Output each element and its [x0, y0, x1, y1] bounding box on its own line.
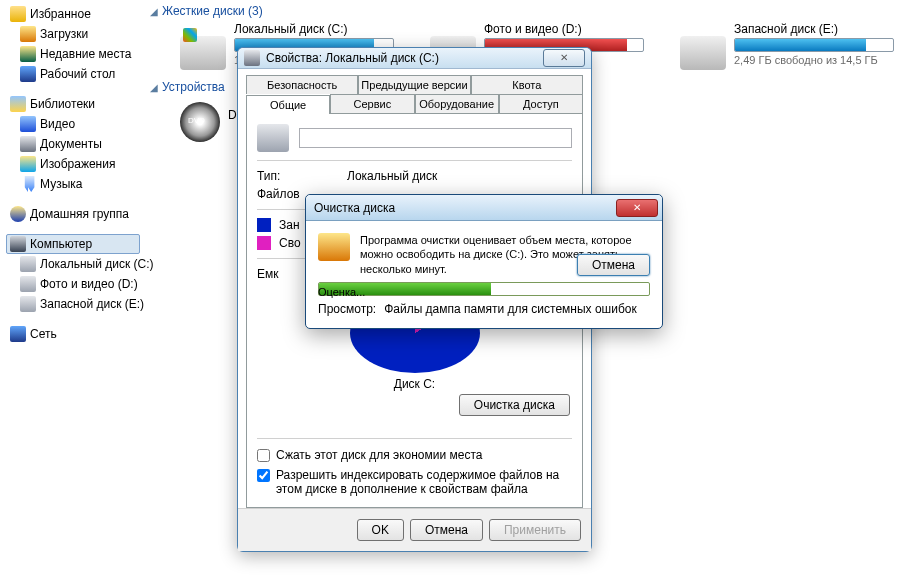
network-icon [10, 326, 26, 342]
scan-label: Просмотр: [318, 302, 376, 316]
nav-drive-d[interactable]: Фото и видео (D:) [6, 274, 140, 294]
cleanup-icon [318, 233, 350, 261]
label: Недавние места [40, 47, 131, 61]
desktop-icon [20, 66, 36, 82]
section-title: Устройства [162, 80, 225, 94]
drive-name: Локальный диск (C:) [234, 22, 410, 38]
libraries-icon [10, 96, 26, 112]
label: Документы [40, 137, 102, 151]
drive-label-field[interactable] [299, 128, 572, 148]
drive-name: Запасной диск (E:) [734, 22, 910, 38]
label: Фото и видео (D:) [40, 277, 138, 291]
scan-value: Файлы дампа памяти для системных ошибок [384, 302, 637, 316]
drive-icon [680, 36, 726, 70]
dialog-title: Свойства: Локальный диск (C:) [266, 51, 543, 65]
drive-icon [20, 296, 36, 312]
label: Изображения [40, 157, 115, 171]
expand-icon: ◢ [150, 6, 158, 17]
disk-cleanup-dialog: Очистка диска ✕ Программа очистки оценив… [305, 194, 663, 329]
dvd-icon [180, 102, 220, 142]
label: Загрузки [40, 27, 88, 41]
nav-network[interactable]: Сеть [6, 324, 140, 344]
nav-recent[interactable]: Недавние места [6, 44, 140, 64]
progress-bar [318, 282, 650, 296]
section-title: Жесткие диски (3) [162, 4, 263, 18]
dialog-title: Очистка диска [314, 201, 616, 215]
index-checkbox-row[interactable]: Разрешить индексировать содержимое файло… [257, 465, 572, 499]
type-value: Локальный диск [347, 169, 437, 183]
video-icon [20, 116, 36, 132]
drive-icon [180, 36, 226, 70]
tab-hardware[interactable]: Оборудование [415, 94, 499, 113]
nav-computer[interactable]: Компьютер [6, 234, 140, 254]
recent-icon [20, 46, 36, 62]
drive-name: Фото и видео (D:) [484, 22, 660, 38]
drive-icon [244, 50, 260, 66]
drive-icon [20, 276, 36, 292]
pie-label: Диск C: [350, 373, 480, 391]
star-icon [10, 6, 26, 22]
label: Компьютер [30, 237, 92, 251]
close-button[interactable]: ✕ [543, 49, 585, 67]
tab-security[interactable]: Безопасность [246, 75, 358, 94]
compress-checkbox[interactable] [257, 449, 270, 462]
label: Сеть [30, 327, 57, 341]
nav-desktop[interactable]: Рабочий стол [6, 64, 140, 84]
drive-e-card[interactable]: Запасной диск (E:) 2,49 ГБ свободно из 1… [680, 22, 910, 70]
compress-checkbox-row[interactable]: Сжать этот диск для экономии места [257, 445, 572, 465]
downloads-icon [20, 26, 36, 42]
tab-general[interactable]: Общие [246, 95, 330, 114]
nav-video[interactable]: Видео [6, 114, 140, 134]
music-icon [20, 176, 36, 192]
label: Избранное [30, 7, 91, 21]
images-icon [20, 156, 36, 172]
label: Музыка [40, 177, 82, 191]
used-color-icon [257, 218, 271, 232]
tab-service[interactable]: Сервис [330, 94, 414, 113]
nav-homegroup[interactable]: Домашняя группа [6, 204, 140, 224]
dialog-titlebar[interactable]: Очистка диска ✕ [306, 195, 662, 221]
label: Рабочий стол [40, 67, 115, 81]
compress-label: Сжать этот диск для экономии места [276, 448, 482, 462]
tab-previous-versions[interactable]: Предыдущие версии [358, 75, 470, 94]
nav-downloads[interactable]: Загрузки [6, 24, 140, 44]
nav-images[interactable]: Изображения [6, 154, 140, 174]
label: Локальный диск (C:) [40, 257, 154, 271]
cancel-button[interactable]: Отмена [410, 519, 483, 541]
drive-icon [257, 124, 289, 152]
label: Библиотеки [30, 97, 95, 111]
label: Видео [40, 117, 75, 131]
homegroup-icon [10, 206, 26, 222]
cancel-button[interactable]: Отмена [577, 254, 650, 276]
index-label: Разрешить индексировать содержимое файло… [276, 468, 572, 496]
nav-libraries[interactable]: Библиотеки [6, 94, 140, 114]
documents-icon [20, 136, 36, 152]
drive-icon [20, 256, 36, 272]
space-bar [734, 38, 894, 52]
label: Домашняя группа [30, 207, 129, 221]
nav-documents[interactable]: Документы [6, 134, 140, 154]
nav-drive-c[interactable]: Локальный диск (C:) [6, 254, 140, 274]
nav-music[interactable]: Музыка [6, 174, 140, 194]
apply-button[interactable]: Применить [489, 519, 581, 541]
label: Запасной диск (E:) [40, 297, 144, 311]
nav-favorites[interactable]: Избранное [6, 4, 140, 24]
section-hard-drives[interactable]: ◢ Жесткие диски (3) [150, 0, 917, 22]
used-label: Зан [279, 218, 300, 232]
ok-button[interactable]: OK [357, 519, 404, 541]
tab-quota[interactable]: Квота [471, 75, 583, 94]
nav-drive-e[interactable]: Запасной диск (E:) [6, 294, 140, 314]
close-button[interactable]: ✕ [616, 199, 658, 217]
drive-status: 2,49 ГБ свободно из 14,5 ГБ [734, 52, 910, 66]
index-checkbox[interactable] [257, 469, 270, 482]
navigation-pane: Избранное Загрузки Недавние места Рабочи… [0, 0, 140, 344]
dialog-titlebar[interactable]: Свойства: Локальный диск (C:) ✕ [238, 48, 591, 69]
expand-icon: ◢ [150, 82, 158, 93]
tab-access[interactable]: Доступ [499, 94, 583, 113]
disk-cleanup-button[interactable]: Очистка диска [459, 394, 570, 416]
free-label: Сво [279, 236, 301, 250]
free-color-icon [257, 236, 271, 250]
computer-icon [10, 236, 26, 252]
type-label: Тип: [257, 169, 347, 183]
